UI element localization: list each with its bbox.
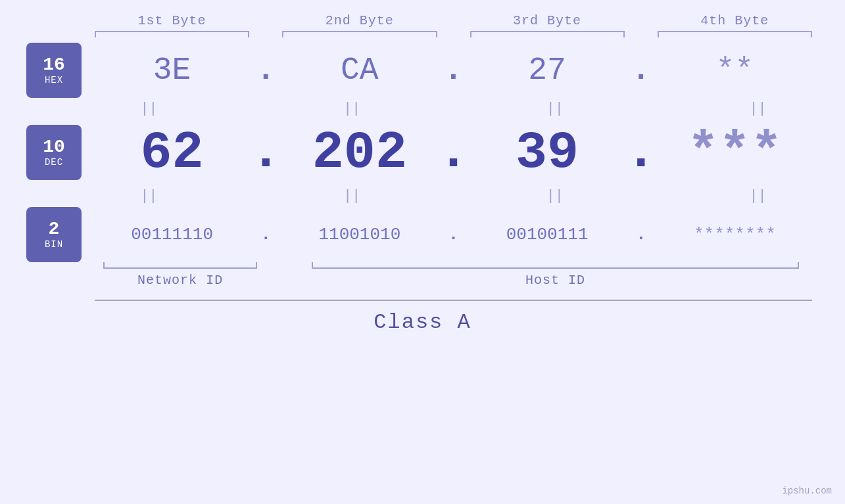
hex-byte3: 27 bbox=[464, 44, 631, 97]
hex-dot3: . bbox=[631, 44, 651, 97]
eq6: || bbox=[260, 185, 444, 207]
byte3-top-bracket bbox=[470, 31, 625, 32]
eq1: || bbox=[57, 98, 241, 120]
class-label: Class A bbox=[374, 310, 471, 334]
hex-badge-label: HEX bbox=[45, 75, 63, 85]
dec-byte4: *** bbox=[651, 120, 819, 185]
bin-byte4: ******** bbox=[651, 211, 819, 258]
byte1-header: 1st Byte bbox=[88, 13, 256, 28]
network-id-label: Network ID bbox=[137, 273, 223, 288]
bin-bytes: 00111110 . 11001010 . 00100111 . *******… bbox=[88, 211, 819, 258]
hex-dot1: . bbox=[256, 44, 276, 97]
hex-byte1: 3E bbox=[88, 44, 256, 97]
byte4-top-bracket bbox=[658, 31, 812, 32]
byte2-header: 2nd Byte bbox=[276, 13, 443, 28]
dec-byte3: 39 bbox=[464, 120, 631, 185]
main-container: 1st Byte 2nd Byte 3rd Byte 4th Byte 16 H… bbox=[0, 0, 845, 504]
bin-byte1: 00111110 bbox=[88, 211, 256, 258]
dec-dot3: . bbox=[631, 120, 651, 185]
hex-row: 16 HEX 3E . CA . 27 . ** bbox=[26, 43, 819, 98]
host-id-label: Host ID bbox=[525, 273, 585, 288]
dec-badge: 10 DEC bbox=[26, 125, 82, 180]
eq7: || bbox=[464, 185, 647, 207]
bin-badge-num: 2 bbox=[49, 219, 60, 240]
dec-row: 10 DEC 62 . 202 . 39 . *** bbox=[26, 120, 819, 185]
dec-byte2: 202 bbox=[276, 120, 443, 185]
watermark: ipshu.com bbox=[782, 486, 832, 496]
bin-dot3: . bbox=[631, 211, 651, 258]
hex-byte2: CA bbox=[276, 44, 443, 97]
eq2: || bbox=[260, 98, 444, 120]
bin-byte3: 00100111 bbox=[464, 211, 631, 258]
byte1-top-bracket bbox=[95, 31, 249, 32]
hex-dot2: . bbox=[444, 44, 464, 97]
byte2-top-bracket bbox=[282, 31, 437, 32]
bin-dot2: . bbox=[444, 211, 464, 258]
eq5: || bbox=[57, 185, 241, 207]
equals-row-2: || || || || bbox=[57, 185, 845, 207]
eq4: || bbox=[666, 98, 845, 120]
class-bar bbox=[95, 300, 812, 301]
dec-byte1: 62 bbox=[88, 120, 256, 185]
byte3-header: 3rd Byte bbox=[464, 13, 631, 28]
equals-row-1: || || || || bbox=[57, 98, 845, 120]
bin-badge-label: BIN bbox=[45, 239, 63, 250]
eq3: || bbox=[464, 98, 647, 120]
dec-badge-num: 10 bbox=[43, 137, 65, 158]
dec-dot1: . bbox=[256, 120, 276, 185]
hex-badge-num: 16 bbox=[43, 55, 65, 76]
network-id-bracket bbox=[103, 267, 257, 269]
bin-badge: 2 BIN bbox=[26, 207, 82, 262]
hex-bytes: 3E . CA . 27 . ** bbox=[88, 44, 819, 97]
eq8: || bbox=[666, 185, 845, 207]
dec-bytes: 62 . 202 . 39 . *** bbox=[88, 120, 819, 185]
bin-dot1: . bbox=[256, 211, 276, 258]
dec-dot2: . bbox=[444, 120, 464, 185]
dec-badge-label: DEC bbox=[45, 157, 63, 168]
bin-byte2: 11001010 bbox=[276, 211, 443, 258]
hex-badge: 16 HEX bbox=[26, 43, 82, 98]
class-section: Class A bbox=[26, 300, 819, 334]
hex-byte4: ** bbox=[651, 44, 819, 97]
byte4-header: 4th Byte bbox=[651, 13, 819, 28]
host-id-bracket bbox=[312, 267, 800, 269]
bin-row: 2 BIN 00111110 . 11001010 . 00100111 . *… bbox=[26, 207, 819, 262]
